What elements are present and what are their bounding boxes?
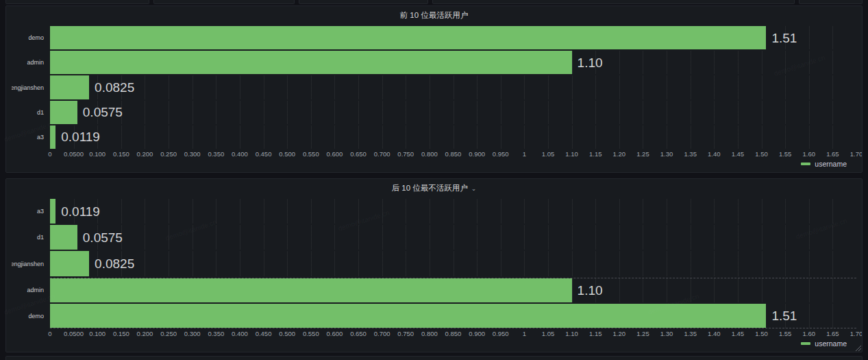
x-axis-tick: 1.70 bbox=[850, 330, 863, 337]
x-axis-tick: 0.350 bbox=[208, 330, 224, 337]
bar-track: 0.0119 bbox=[50, 125, 856, 149]
bar-value-label: 0.0119 bbox=[61, 130, 100, 143]
x-axis-tick: 1.55 bbox=[779, 150, 792, 158]
x-axis-tick: 0.650 bbox=[350, 150, 367, 158]
x-axis-tick: 0.0500 bbox=[64, 150, 84, 158]
x-axis-tick: 0.100 bbox=[89, 330, 106, 337]
partial-panel bbox=[299, 0, 428, 4]
x-axis-tick: 0.750 bbox=[397, 150, 414, 158]
bar-track: 0.0825 bbox=[50, 75, 856, 99]
x-axis-tick: 0.750 bbox=[397, 330, 414, 337]
x-axis-tick: 1.25 bbox=[636, 150, 649, 158]
x-axis-tick: 0 bbox=[48, 330, 51, 337]
bar-row: dengjianshen0.0825 bbox=[12, 75, 856, 99]
panel-title-menu[interactable]: 前 10 位最活跃用户 bbox=[6, 6, 862, 24]
bar-row: dengjianshen0.0825 bbox=[12, 250, 856, 276]
bar[interactable] bbox=[50, 101, 77, 124]
legend-item-username[interactable]: username bbox=[801, 339, 847, 348]
x-axis-tick: 1.40 bbox=[708, 150, 721, 158]
x-axis-tick: 1.65 bbox=[826, 330, 839, 337]
bar-value-label: 1.10 bbox=[578, 284, 603, 297]
x-axis-tick: 0.850 bbox=[445, 150, 462, 158]
bar-category-label: admin bbox=[12, 278, 50, 302]
x-axis-tick: 0.250 bbox=[160, 330, 177, 337]
x-axis-tick: 1.35 bbox=[684, 330, 697, 337]
bar-rows: demo1.51admin1.10dengjianshen0.0825d10.0… bbox=[12, 25, 856, 149]
x-axis-tick: 0.800 bbox=[421, 150, 438, 158]
bar-value-label: 0.0825 bbox=[95, 81, 134, 94]
x-axis-tick: 1.45 bbox=[732, 330, 745, 337]
panel-title-menu[interactable]: 后 10 位最不活跃用户 ⌄ bbox=[6, 179, 862, 197]
x-axis: 00.05000.1000.1500.2000.2500.3000.3500.4… bbox=[50, 329, 856, 338]
x-axis-tick: 0.0500 bbox=[64, 330, 84, 337]
x-axis-tick: 1.30 bbox=[660, 150, 673, 158]
bar-row: admin1.10 bbox=[12, 277, 856, 303]
x-axis-tick: 0.700 bbox=[374, 330, 390, 337]
bar-rows: a30.0119d10.0575dengjianshen0.0825admin1… bbox=[12, 198, 856, 329]
bar-row: d10.0575 bbox=[12, 100, 856, 125]
x-axis-tick: 1 bbox=[523, 150, 526, 158]
x-axis-tick: 0.150 bbox=[113, 150, 129, 158]
bar[interactable] bbox=[50, 199, 55, 224]
bar-row: demo1.51 bbox=[12, 25, 856, 50]
x-axis-tick: 0.300 bbox=[184, 150, 201, 158]
partial-panels-above bbox=[5, 0, 863, 4]
bar-category-label: d1 bbox=[12, 225, 50, 250]
x-axis-tick: 1.55 bbox=[779, 330, 792, 337]
x-axis-tick: 1.10 bbox=[565, 150, 578, 158]
bar-category-label: a3 bbox=[12, 125, 50, 149]
bar-chart: a30.0119d10.0575dengjianshen0.0825admin1… bbox=[6, 197, 862, 352]
x-axis: 00.05000.1000.1500.2000.2500.3000.3500.4… bbox=[50, 149, 856, 158]
x-axis-tick: 0.400 bbox=[232, 150, 248, 158]
bar[interactable] bbox=[50, 225, 77, 250]
chevron-down-icon: ⌄ bbox=[471, 185, 477, 192]
bar-category-label: demo bbox=[12, 26, 50, 49]
bar-track: 0.0825 bbox=[50, 251, 856, 276]
bar-row: d10.0575 bbox=[12, 224, 856, 250]
bar[interactable] bbox=[50, 51, 572, 74]
x-axis-tick: 0.800 bbox=[421, 330, 438, 337]
x-axis-tick: 1.05 bbox=[542, 150, 555, 158]
bar-track: 1.51 bbox=[50, 26, 856, 49]
panel-top-active-users: 前 10 位最活跃用户 demo1.51admin1.10dengjianshe… bbox=[5, 5, 863, 173]
x-axis-tick: 0.600 bbox=[327, 330, 343, 337]
x-axis-tick: 0.200 bbox=[137, 330, 153, 337]
bar-category-label: a3 bbox=[12, 199, 50, 224]
legend-label: username bbox=[815, 339, 847, 348]
bar-category-label: admin bbox=[12, 51, 50, 74]
partial-panel bbox=[5, 0, 149, 4]
x-axis-tick: 1.25 bbox=[636, 330, 649, 337]
bar-value-label: 0.0575 bbox=[83, 106, 123, 119]
x-axis-tick: 1 bbox=[523, 330, 526, 337]
x-axis-tick: 0.600 bbox=[327, 150, 343, 158]
x-axis-tick: 0.550 bbox=[303, 330, 319, 337]
x-axis-tick: 0.250 bbox=[160, 150, 177, 158]
x-axis-tick: 0.450 bbox=[256, 330, 272, 337]
bar[interactable] bbox=[50, 75, 89, 99]
partial-panel bbox=[432, 0, 795, 4]
bar[interactable] bbox=[50, 278, 572, 302]
x-axis-tick: 0.500 bbox=[279, 150, 295, 158]
panel-title: 前 10 位最活跃用户 bbox=[400, 10, 469, 21]
bar-value-label: 0.0825 bbox=[95, 257, 134, 270]
bar-value-label: 1.10 bbox=[578, 56, 603, 69]
x-axis-tick: 1.20 bbox=[613, 150, 626, 158]
legend: username bbox=[12, 338, 856, 349]
x-axis-tick: 0.450 bbox=[256, 150, 272, 158]
bar-category-label: d1 bbox=[12, 101, 50, 124]
bar[interactable] bbox=[50, 251, 89, 276]
legend-label: username bbox=[815, 160, 847, 168]
panel-least-active-users: 后 10 位最不活跃用户 ⌄ a30.0119d10.0575dengjians… bbox=[5, 178, 863, 352]
bar[interactable] bbox=[50, 26, 766, 49]
legend: username bbox=[12, 158, 856, 169]
legend-item-username[interactable]: username bbox=[801, 160, 847, 168]
x-axis-tick: 0.950 bbox=[493, 150, 509, 158]
x-axis-tick: 1.50 bbox=[755, 150, 768, 158]
panel-title: 后 10 位最不活跃用户 bbox=[392, 183, 468, 193]
bar-track: 1.51 bbox=[50, 304, 856, 328]
bar-row: demo1.51 bbox=[12, 303, 856, 329]
x-axis-tick: 0.900 bbox=[469, 330, 485, 337]
bar[interactable] bbox=[50, 125, 55, 149]
bar[interactable] bbox=[50, 304, 766, 328]
bar-category-label: dengjianshen bbox=[12, 75, 50, 99]
